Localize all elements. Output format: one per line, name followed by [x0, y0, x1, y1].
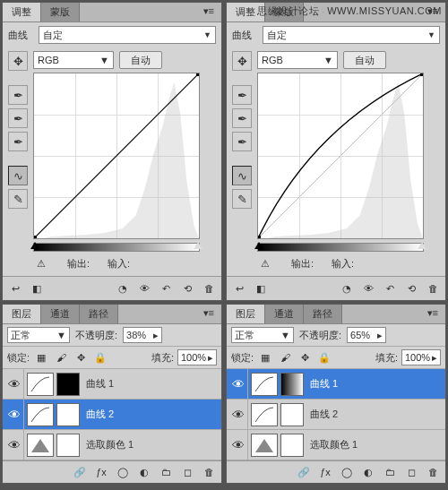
tab-adjust[interactable]: 调整: [3, 3, 41, 21]
tab-layers[interactable]: 图层: [227, 305, 265, 323]
fx-icon[interactable]: ƒx: [315, 464, 335, 480]
channel-select[interactable]: RGB▼: [257, 51, 338, 69]
adjustment-thumb[interactable]: [27, 434, 54, 457]
trash-icon[interactable]: 🗑: [199, 464, 219, 480]
adjustment-thumb[interactable]: [251, 434, 278, 457]
lock-transparency-icon[interactable]: ▦: [257, 350, 273, 365]
eyedropper-white-icon[interactable]: ✒: [232, 132, 252, 151]
trash-icon[interactable]: 🗑: [423, 464, 443, 480]
layer-row-curves2[interactable]: 👁 曲线 2: [227, 400, 445, 430]
layer-row-selcolor[interactable]: 👁 选取颜色 1: [227, 430, 445, 460]
layer-row-selcolor[interactable]: 👁 选取颜色 1: [3, 430, 221, 460]
auto-button[interactable]: 自动: [343, 51, 386, 69]
layer-row-curves1[interactable]: 👁 曲线 1: [3, 369, 221, 400]
input-gradient[interactable]: [33, 243, 200, 252]
adjustment-thumb[interactable]: [27, 403, 54, 426]
adjustment-thumb[interactable]: [251, 373, 278, 396]
tab-paths[interactable]: 路径: [304, 305, 342, 323]
input-label: 输入:: [332, 257, 354, 271]
lock-position-icon[interactable]: ✥: [297, 350, 313, 365]
new-layer-icon[interactable]: ◻: [177, 464, 197, 480]
curve-point-icon[interactable]: ∿: [232, 166, 252, 185]
channel-select[interactable]: RGB▼: [33, 51, 114, 69]
curve-point-icon[interactable]: ∿: [8, 166, 28, 185]
tab-channels[interactable]: 通道: [41, 305, 80, 323]
visibility-icon[interactable]: 👁: [134, 279, 154, 297]
link-icon[interactable]: 🔗: [70, 464, 90, 480]
fx-icon[interactable]: ƒx: [91, 464, 111, 480]
eyedropper-gray-icon[interactable]: ✒: [232, 108, 252, 128]
curve-pencil-icon[interactable]: ✎: [232, 189, 252, 209]
mask-thumb[interactable]: [280, 403, 304, 426]
clip-icon[interactable]: ◔: [113, 279, 133, 297]
mask-icon[interactable]: ◯: [113, 464, 133, 480]
trash-icon[interactable]: 🗑: [423, 279, 443, 297]
lock-pixels-icon[interactable]: 🖌: [53, 350, 69, 365]
target-adjust-icon[interactable]: ✥: [8, 51, 28, 71]
visibility-toggle-icon[interactable]: 👁: [228, 430, 248, 460]
eyedropper-black-icon[interactable]: ✒: [232, 85, 252, 105]
tab-mask[interactable]: 蒙版: [41, 3, 80, 21]
tab-paths[interactable]: 路径: [80, 305, 118, 323]
visibility-toggle-icon[interactable]: 👁: [228, 400, 248, 429]
mask-thumb[interactable]: [56, 434, 80, 457]
eyedropper-black-icon[interactable]: ✒: [8, 85, 28, 105]
trash-icon[interactable]: 🗑: [199, 279, 219, 297]
preset-select[interactable]: 自定▼: [39, 26, 216, 44]
preset-select[interactable]: 自定▼: [263, 26, 440, 44]
panel-menu-icon[interactable]: ▾≡: [196, 3, 221, 21]
target-adjust-icon[interactable]: ✥: [232, 51, 252, 71]
return-icon[interactable]: ↩: [5, 279, 25, 297]
fill-input[interactable]: 100%▸: [177, 349, 217, 365]
visibility-toggle-icon[interactable]: 👁: [228, 369, 248, 399]
mask-thumb[interactable]: [280, 373, 304, 396]
curve-pencil-icon[interactable]: ✎: [8, 189, 28, 209]
blend-mode-select[interactable]: 正常▼: [7, 327, 70, 343]
lock-all-icon[interactable]: 🔒: [316, 350, 332, 365]
auto-button[interactable]: 自动: [119, 51, 162, 69]
fill-input[interactable]: 100%▸: [401, 349, 441, 365]
eyedropper-gray-icon[interactable]: ✒: [8, 108, 28, 128]
reset-icon[interactable]: ⟲: [401, 279, 421, 297]
visibility-toggle-icon[interactable]: 👁: [4, 400, 24, 429]
group-icon[interactable]: 🗀: [380, 464, 400, 480]
visibility-toggle-icon[interactable]: 👁: [4, 369, 24, 399]
lock-all-icon[interactable]: 🔒: [92, 350, 108, 365]
opacity-input[interactable]: 38%▸: [123, 327, 162, 343]
clip-icon[interactable]: ◔: [337, 279, 357, 297]
link-icon[interactable]: 🔗: [294, 464, 314, 480]
reset-prev-icon[interactable]: ↶: [380, 279, 400, 297]
adjustment-icon[interactable]: ◐: [134, 464, 154, 480]
layer-row-curves1[interactable]: 👁 曲线 1: [227, 369, 445, 400]
visibility-toggle-icon[interactable]: 👁: [4, 430, 24, 460]
panel-menu-icon[interactable]: ▾≡: [420, 305, 445, 323]
mask-thumb[interactable]: [56, 373, 80, 396]
visibility-icon[interactable]: 👁: [358, 279, 378, 297]
group-icon[interactable]: 🗀: [156, 464, 176, 480]
eyedropper-white-icon[interactable]: ✒: [8, 132, 28, 151]
adjustment-icon[interactable]: ◐: [358, 464, 378, 480]
reset-icon[interactable]: ⟲: [177, 279, 197, 297]
expand-icon[interactable]: ◧: [251, 279, 271, 297]
mask-thumb[interactable]: [56, 403, 80, 426]
lock-position-icon[interactable]: ✥: [73, 350, 89, 365]
blend-mode-select[interactable]: 正常▼: [231, 327, 294, 343]
reset-prev-icon[interactable]: ↶: [156, 279, 176, 297]
lock-pixels-icon[interactable]: 🖌: [277, 350, 293, 365]
return-icon[interactable]: ↩: [229, 279, 249, 297]
curves-graph-left[interactable]: [33, 73, 200, 239]
tab-channels[interactable]: 通道: [265, 305, 304, 323]
mask-thumb[interactable]: [280, 434, 304, 457]
tab-layers[interactable]: 图层: [3, 305, 41, 323]
adjustment-thumb[interactable]: [251, 403, 278, 426]
input-gradient[interactable]: [257, 243, 424, 252]
opacity-input[interactable]: 65%▸: [347, 327, 386, 343]
lock-transparency-icon[interactable]: ▦: [33, 350, 49, 365]
adjustment-thumb[interactable]: [27, 373, 54, 396]
panel-menu-icon[interactable]: ▾≡: [196, 305, 221, 323]
mask-icon[interactable]: ◯: [337, 464, 357, 480]
curves-graph-right[interactable]: [257, 73, 424, 239]
expand-icon[interactable]: ◧: [27, 279, 47, 297]
layer-row-curves2[interactable]: 👁 曲线 2: [3, 400, 221, 430]
new-layer-icon[interactable]: ◻: [401, 464, 421, 480]
